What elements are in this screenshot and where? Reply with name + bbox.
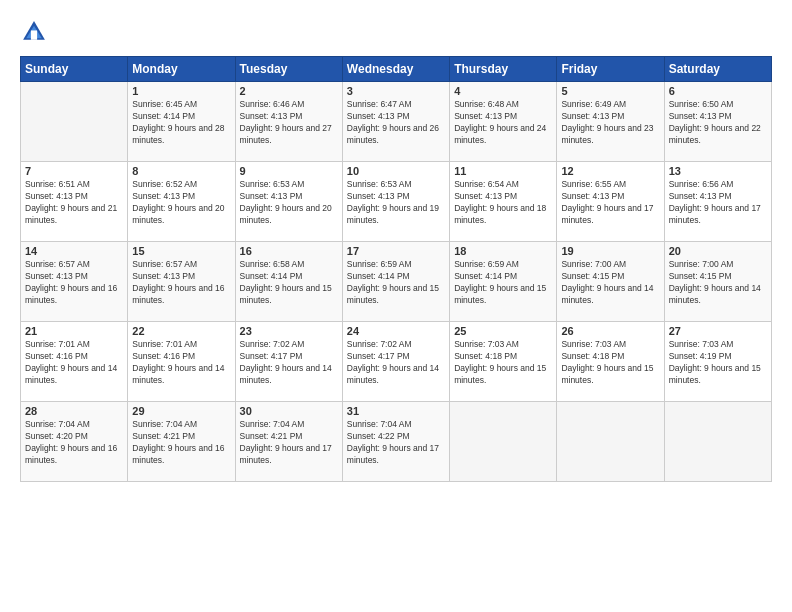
daylight-text: Daylight: 9 hours and 15 minutes. [454, 283, 546, 305]
daylight-text: Daylight: 9 hours and 20 minutes. [132, 203, 224, 225]
daylight-text: Daylight: 9 hours and 16 minutes. [25, 283, 117, 305]
day-number: 30 [240, 405, 338, 417]
sunrise-text: Sunrise: 7:02 AM [240, 339, 305, 349]
sunrise-text: Sunrise: 6:49 AM [561, 99, 626, 109]
daylight-text: Daylight: 9 hours and 14 minutes. [132, 363, 224, 385]
daylight-text: Daylight: 9 hours and 16 minutes. [132, 443, 224, 465]
daylight-text: Daylight: 9 hours and 15 minutes. [669, 363, 761, 385]
day-number: 23 [240, 325, 338, 337]
day-info: Sunrise: 7:02 AM Sunset: 4:17 PM Dayligh… [347, 339, 445, 387]
day-number: 14 [25, 245, 123, 257]
weekday-saturday: Saturday [664, 57, 771, 82]
sunrise-text: Sunrise: 7:03 AM [561, 339, 626, 349]
sunset-text: Sunset: 4:19 PM [669, 351, 732, 361]
cell-w3-d4: 17 Sunrise: 6:59 AM Sunset: 4:14 PM Dayl… [342, 242, 449, 322]
daylight-text: Daylight: 9 hours and 22 minutes. [669, 123, 761, 145]
day-number: 22 [132, 325, 230, 337]
day-number: 6 [669, 85, 767, 97]
cell-w1-d3: 2 Sunrise: 6:46 AM Sunset: 4:13 PM Dayli… [235, 82, 342, 162]
sunset-text: Sunset: 4:13 PM [25, 191, 88, 201]
sunrise-text: Sunrise: 6:57 AM [25, 259, 90, 269]
daylight-text: Daylight: 9 hours and 14 minutes. [669, 283, 761, 305]
weekday-friday: Friday [557, 57, 664, 82]
day-info: Sunrise: 7:03 AM Sunset: 4:18 PM Dayligh… [454, 339, 552, 387]
sunrise-text: Sunrise: 6:52 AM [132, 179, 197, 189]
sunrise-text: Sunrise: 7:00 AM [561, 259, 626, 269]
week-row-3: 14 Sunrise: 6:57 AM Sunset: 4:13 PM Dayl… [21, 242, 772, 322]
daylight-text: Daylight: 9 hours and 14 minutes. [561, 283, 653, 305]
day-number: 3 [347, 85, 445, 97]
cell-w1-d6: 5 Sunrise: 6:49 AM Sunset: 4:13 PM Dayli… [557, 82, 664, 162]
calendar-body: 1 Sunrise: 6:45 AM Sunset: 4:14 PM Dayli… [21, 82, 772, 482]
day-number: 31 [347, 405, 445, 417]
sunset-text: Sunset: 4:13 PM [561, 111, 624, 121]
cell-w4-d2: 22 Sunrise: 7:01 AM Sunset: 4:16 PM Dayl… [128, 322, 235, 402]
week-row-1: 1 Sunrise: 6:45 AM Sunset: 4:14 PM Dayli… [21, 82, 772, 162]
daylight-text: Daylight: 9 hours and 23 minutes. [561, 123, 653, 145]
weekday-monday: Monday [128, 57, 235, 82]
cell-w2-d7: 13 Sunrise: 6:56 AM Sunset: 4:13 PM Dayl… [664, 162, 771, 242]
day-info: Sunrise: 6:51 AM Sunset: 4:13 PM Dayligh… [25, 179, 123, 227]
cell-w1-d1 [21, 82, 128, 162]
sunrise-text: Sunrise: 6:51 AM [25, 179, 90, 189]
sunset-text: Sunset: 4:13 PM [347, 111, 410, 121]
day-info: Sunrise: 7:01 AM Sunset: 4:16 PM Dayligh… [25, 339, 123, 387]
day-number: 27 [669, 325, 767, 337]
sunset-text: Sunset: 4:15 PM [669, 271, 732, 281]
sunset-text: Sunset: 4:14 PM [454, 271, 517, 281]
sunrise-text: Sunrise: 6:53 AM [347, 179, 412, 189]
day-number: 24 [347, 325, 445, 337]
day-info: Sunrise: 6:49 AM Sunset: 4:13 PM Dayligh… [561, 99, 659, 147]
day-info: Sunrise: 7:00 AM Sunset: 4:15 PM Dayligh… [669, 259, 767, 307]
sunset-text: Sunset: 4:13 PM [25, 271, 88, 281]
daylight-text: Daylight: 9 hours and 26 minutes. [347, 123, 439, 145]
day-info: Sunrise: 6:46 AM Sunset: 4:13 PM Dayligh… [240, 99, 338, 147]
cell-w2-d6: 12 Sunrise: 6:55 AM Sunset: 4:13 PM Dayl… [557, 162, 664, 242]
daylight-text: Daylight: 9 hours and 27 minutes. [240, 123, 332, 145]
cell-w4-d7: 27 Sunrise: 7:03 AM Sunset: 4:19 PM Dayl… [664, 322, 771, 402]
svg-rect-2 [31, 30, 37, 39]
day-info: Sunrise: 6:57 AM Sunset: 4:13 PM Dayligh… [25, 259, 123, 307]
day-info: Sunrise: 7:02 AM Sunset: 4:17 PM Dayligh… [240, 339, 338, 387]
sunset-text: Sunset: 4:13 PM [240, 111, 303, 121]
logo [20, 18, 52, 46]
cell-w5-d1: 28 Sunrise: 7:04 AM Sunset: 4:20 PM Dayl… [21, 402, 128, 482]
cell-w4-d5: 25 Sunrise: 7:03 AM Sunset: 4:18 PM Dayl… [450, 322, 557, 402]
day-info: Sunrise: 7:01 AM Sunset: 4:16 PM Dayligh… [132, 339, 230, 387]
daylight-text: Daylight: 9 hours and 24 minutes. [454, 123, 546, 145]
cell-w3-d5: 18 Sunrise: 6:59 AM Sunset: 4:14 PM Dayl… [450, 242, 557, 322]
sunrise-text: Sunrise: 6:58 AM [240, 259, 305, 269]
weekday-thursday: Thursday [450, 57, 557, 82]
sunset-text: Sunset: 4:15 PM [561, 271, 624, 281]
day-number: 26 [561, 325, 659, 337]
day-number: 7 [25, 165, 123, 177]
sunset-text: Sunset: 4:13 PM [240, 191, 303, 201]
sunset-text: Sunset: 4:16 PM [25, 351, 88, 361]
day-number: 17 [347, 245, 445, 257]
daylight-text: Daylight: 9 hours and 28 minutes. [132, 123, 224, 145]
cell-w4-d4: 24 Sunrise: 7:02 AM Sunset: 4:17 PM Dayl… [342, 322, 449, 402]
daylight-text: Daylight: 9 hours and 16 minutes. [132, 283, 224, 305]
sunrise-text: Sunrise: 7:00 AM [669, 259, 734, 269]
cell-w5-d5 [450, 402, 557, 482]
day-number: 2 [240, 85, 338, 97]
day-number: 9 [240, 165, 338, 177]
sunrise-text: Sunrise: 7:01 AM [25, 339, 90, 349]
daylight-text: Daylight: 9 hours and 15 minutes. [454, 363, 546, 385]
day-info: Sunrise: 6:57 AM Sunset: 4:13 PM Dayligh… [132, 259, 230, 307]
cell-w2-d1: 7 Sunrise: 6:51 AM Sunset: 4:13 PM Dayli… [21, 162, 128, 242]
day-info: Sunrise: 7:04 AM Sunset: 4:21 PM Dayligh… [132, 419, 230, 467]
daylight-text: Daylight: 9 hours and 19 minutes. [347, 203, 439, 225]
weekday-tuesday: Tuesday [235, 57, 342, 82]
day-number: 13 [669, 165, 767, 177]
cell-w5-d7 [664, 402, 771, 482]
day-info: Sunrise: 6:56 AM Sunset: 4:13 PM Dayligh… [669, 179, 767, 227]
cell-w3-d2: 15 Sunrise: 6:57 AM Sunset: 4:13 PM Dayl… [128, 242, 235, 322]
sunset-text: Sunset: 4:13 PM [561, 191, 624, 201]
sunset-text: Sunset: 4:17 PM [347, 351, 410, 361]
cell-w2-d5: 11 Sunrise: 6:54 AM Sunset: 4:13 PM Dayl… [450, 162, 557, 242]
sunrise-text: Sunrise: 6:50 AM [669, 99, 734, 109]
sunrise-text: Sunrise: 7:02 AM [347, 339, 412, 349]
cell-w3-d6: 19 Sunrise: 7:00 AM Sunset: 4:15 PM Dayl… [557, 242, 664, 322]
cell-w4-d3: 23 Sunrise: 7:02 AM Sunset: 4:17 PM Dayl… [235, 322, 342, 402]
